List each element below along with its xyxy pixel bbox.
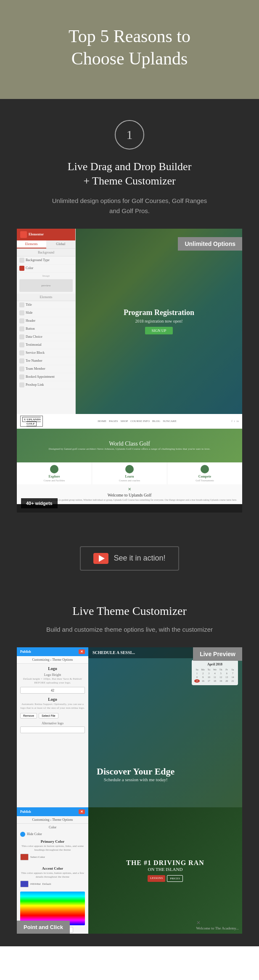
cal-day-th: Th <box>218 668 224 671</box>
video-section: See it in action! <box>0 529 259 587</box>
golf-card-learn: Learn Courses and coaches <box>92 462 167 484</box>
cal-day-3: 3 <box>206 672 211 675</box>
card-explore-sub: Course and Facilities <box>18 479 90 482</box>
golf-hero-text: World Class Golf Designed by famed golf … <box>49 441 210 451</box>
customizer-publish-btn[interactable]: Publish <box>20 650 31 654</box>
wp-service-block-icon <box>19 350 24 355</box>
card-learn-sub: Courses and coaches <box>94 479 165 482</box>
accent-default-label: Default <box>42 882 51 886</box>
wp-data-choice-icon <box>19 334 24 339</box>
preview-site-name: SCHEDULE A SESSI... <box>92 650 135 655</box>
card-learn-title: Learn <box>94 475 165 478</box>
prices-btn[interactable]: PRICES <box>167 875 183 882</box>
customizer-logo-panel: Publish ✕ Customizing › Theme Options Lo… <box>17 647 88 807</box>
primary-color-swatch[interactable] <box>20 854 29 860</box>
wp-proshop-icon <box>19 382 24 387</box>
customizer-header-icon: ✕ <box>79 649 85 654</box>
select-color-label[interactable]: Select Color <box>30 855 45 859</box>
play-icon <box>99 555 105 562</box>
cal-day-20: 20 <box>224 679 230 683</box>
section-number-1: 1 <box>115 120 144 150</box>
wp-item-slide: Slide <box>17 309 75 317</box>
accent-color-swatch[interactable] <box>20 881 29 887</box>
golf-site-logo: U UPLANDSGOLF <box>20 416 43 427</box>
point-click-label: Point and Click <box>17 921 70 934</box>
customizer-screenshot-area: Live Preview Publish ✕ Customizing › The… <box>17 647 242 934</box>
wp-button-icon <box>19 326 24 331</box>
cal-day-10: 10 <box>206 676 211 679</box>
alt-logo-input[interactable] <box>20 726 85 733</box>
preview-calendar: April 2018 Su Mo Tu We Th Fr Sa 1 2 3 <box>192 660 238 685</box>
driving-range-preview: THE #1 DRIVING RAN ON THE ISLAND LESSONS… <box>88 807 242 934</box>
video-button[interactable]: See it in action! <box>80 546 179 571</box>
wp-item-team-member: Team Member <box>17 365 75 373</box>
golf-hero-desc: Designed by famed golf course architect … <box>49 447 210 451</box>
wp-tab-global[interactable]: Global <box>46 240 76 248</box>
cal-day-5: 5 <box>218 672 224 675</box>
wp-title-icon <box>19 302 24 307</box>
logo-height-value: 42 <box>21 687 85 694</box>
nav-shop[interactable]: SHOP <box>120 419 128 423</box>
golf-welcome-title: Welcome to Uplands Golf <box>20 493 239 497</box>
nav-suncare[interactable]: SUNCARE <box>163 419 177 423</box>
cal-day-14: 14 <box>230 676 235 679</box>
wp-tab-elements[interactable]: Elements <box>17 240 46 248</box>
alt-logo-label: Alternative logo <box>17 720 88 726</box>
wp-item-header: Header <box>17 317 75 325</box>
x-divider-icon: ✕ <box>196 920 201 926</box>
nav-course-info[interactable]: COURSE INFO <box>130 419 150 423</box>
lessons-btn[interactable]: LESSONS <box>148 875 165 882</box>
customizer-panel-breadcrumb: Customizing › Theme Options <box>17 656 88 664</box>
wp-item-service-block: Service Block <box>17 349 75 357</box>
cal-day-15: 15 <box>194 679 200 683</box>
registration-btn[interactable]: SIGN UP <box>145 327 173 334</box>
registration-screenshot: Program Registration 2018 registration n… <box>76 229 242 414</box>
customizer-lower-area: Publish ✕ Customizing › Theme Options Co… <box>17 807 242 934</box>
logo-buttons: Remove Select File <box>17 711 88 720</box>
calendar-month: April 2018 <box>194 662 235 666</box>
nav-blog[interactable]: BLOG <box>152 419 160 423</box>
widgets-label: 40+ widgets <box>21 498 58 508</box>
hero-title: Top 5 Reasons to Choose Uplands <box>13 25 246 69</box>
golf-website-row: U UPLANDSGOLF HOME PAGES SHOP COURSE INF… <box>17 414 242 504</box>
driving-range-buttons: LESSONS PRICES <box>126 875 204 882</box>
wp-section-background: Background <box>17 249 75 256</box>
nav-home[interactable]: HOME <box>98 419 106 423</box>
customizer-color-publish-btn[interactable]: Publish <box>20 810 31 814</box>
logo-desc: Automatic Retina Support. Optionally, yo… <box>17 702 88 711</box>
cal-day-9: 9 <box>200 676 206 679</box>
select-file-btn[interactable]: Select File <box>39 713 58 718</box>
remove-logo-btn[interactable]: Remove <box>20 713 37 718</box>
learn-icon <box>125 465 134 473</box>
wp-item-book-appointment: Booked Appointment <box>17 373 75 381</box>
wp-header-icon <box>19 318 24 323</box>
registration-title: Program Registration <box>124 308 194 317</box>
card-compete-title: Compete <box>169 475 240 478</box>
cal-day-2: 2 <box>200 672 206 675</box>
preview-site-bg: SCHEDULE A SESSI... SCHEDULE A SESSI... … <box>88 647 242 807</box>
logo-height-input[interactable]: 42 <box>20 687 85 694</box>
wp-tee-number-icon <box>19 358 24 363</box>
cal-day-4: 4 <box>212 672 217 675</box>
cal-day-su: Su <box>194 668 200 671</box>
fb-icon: f <box>231 419 232 423</box>
customizer-color-close-icon[interactable]: ✕ <box>79 809 85 814</box>
hero-section: Top 5 Reasons to Choose Uplands <box>0 0 259 99</box>
explore-icon <box>50 465 58 473</box>
card-compete-sub: Golf Tournaments <box>169 479 240 482</box>
wp-logo-icon <box>20 231 27 238</box>
customizer-color-breadcrumb: Customizing › Theme Options <box>17 816 88 824</box>
compete-icon <box>201 465 209 473</box>
section1-desc: Unlimited design options for Golf Course… <box>50 196 209 216</box>
primary-color-section: Primary Color This color appears in butt… <box>17 838 88 865</box>
preview-hero-sub: Schedule a session with me today! <box>97 777 174 782</box>
customizer-live-preview: SCHEDULE A SESSI... SCHEDULE A SESSI... … <box>88 647 242 807</box>
wp-item-button: Button <box>17 325 75 333</box>
hide-color-toggle[interactable] <box>20 832 25 837</box>
accent-color-value: #4044bd <box>30 882 41 886</box>
nav-pages[interactable]: PAGES <box>109 419 118 423</box>
wp-item-testimonial: Testimonial <box>17 341 75 349</box>
uplands-logo-text: U UPLANDSGOLF <box>22 417 41 426</box>
cal-day-tu: Tu <box>206 668 211 671</box>
wp-book-appointment-icon <box>19 374 24 379</box>
